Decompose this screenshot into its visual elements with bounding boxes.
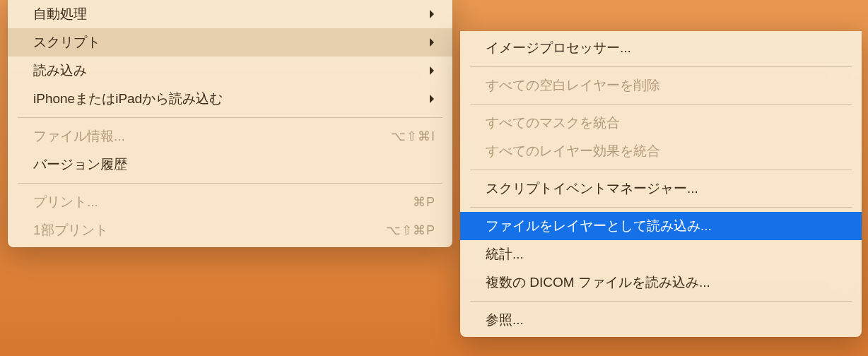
rightMenu-item[interactable]: 参照... bbox=[460, 306, 862, 334]
menu-item-label: 1部プリント bbox=[33, 221, 372, 239]
leftMenu-item[interactable]: バージョン履歴 bbox=[8, 150, 452, 179]
leftMenu-item[interactable]: スクリプト bbox=[8, 28, 452, 57]
submenu-chevron-icon bbox=[428, 37, 435, 48]
rightMenu-item: すべての空白レイヤーを削除 bbox=[460, 71, 862, 100]
menu-item-label: イメージプロセッサー... bbox=[486, 39, 845, 57]
menu-item-label: ファイル情報... bbox=[33, 127, 377, 146]
rightMenu-item[interactable]: ファイルをレイヤーとして読み込み... bbox=[460, 212, 862, 240]
rightMenu-item[interactable]: 統計... bbox=[460, 240, 862, 268]
menu-item-label: バージョン履歴 bbox=[33, 155, 435, 174]
scripts-submenu: イメージプロセッサー...すべての空白レイヤーを削除すべてのマスクを統合すべての… bbox=[460, 31, 862, 337]
rightMenu-item: すべてのマスクを統合 bbox=[460, 109, 862, 137]
menu-item-label: すべてのマスクを統合 bbox=[486, 114, 845, 132]
menu-item-label: 統計... bbox=[486, 245, 845, 263]
menu-separator bbox=[470, 207, 852, 208]
leftMenu-item: ファイル情報...⌥⇧⌘I bbox=[8, 122, 452, 150]
rightMenu-item[interactable]: スクリプトイベントマネージャー... bbox=[460, 174, 862, 203]
keyboard-shortcut: ⌥⇧⌘P bbox=[386, 222, 435, 238]
menu-separator bbox=[470, 301, 852, 302]
menu-item-label: iPhoneまたはiPadから読み込む bbox=[33, 90, 414, 108]
menu-item-label: 読み込み bbox=[33, 61, 414, 80]
rightMenu-item[interactable]: 複数の DICOM ファイルを読み込み... bbox=[460, 268, 862, 297]
menu-item-label: すべての空白レイヤーを削除 bbox=[486, 76, 845, 95]
menu-item-label: ファイルをレイヤーとして読み込み... bbox=[486, 217, 845, 235]
menu-item-label: スクリプトイベントマネージャー... bbox=[486, 179, 845, 198]
menu-item-label: スクリプト bbox=[33, 33, 414, 52]
menu-item-label: プリント... bbox=[33, 193, 399, 211]
keyboard-shortcut: ⌥⇧⌘I bbox=[391, 129, 435, 144]
file-menu-section: 自動処理スクリプト読み込みiPhoneまたはiPadから読み込むファイル情報..… bbox=[8, 0, 452, 247]
menu-item-label: 参照... bbox=[486, 311, 845, 329]
menu-separator bbox=[18, 117, 442, 118]
rightMenu-item[interactable]: イメージプロセッサー... bbox=[460, 34, 862, 62]
menu-separator bbox=[470, 170, 852, 170]
menu-separator bbox=[470, 104, 852, 105]
submenu-chevron-icon bbox=[428, 93, 435, 105]
menu-item-label: 複数の DICOM ファイルを読み込み... bbox=[486, 273, 845, 292]
menu-separator bbox=[18, 183, 442, 184]
menu-separator bbox=[470, 66, 852, 67]
menu-item-label: 自動処理 bbox=[33, 5, 414, 23]
keyboard-shortcut: ⌘P bbox=[413, 194, 435, 210]
rightMenu-item: すべてのレイヤー効果を統合 bbox=[460, 137, 862, 165]
leftMenu-item[interactable]: 自動処理 bbox=[8, 0, 452, 28]
submenu-chevron-icon bbox=[428, 8, 435, 20]
leftMenu-item: 1部プリント⌥⇧⌘P bbox=[8, 216, 452, 244]
leftMenu-item[interactable]: iPhoneまたはiPadから読み込む bbox=[8, 85, 452, 113]
submenu-chevron-icon bbox=[428, 65, 435, 76]
menu-item-label: すべてのレイヤー効果を統合 bbox=[486, 142, 845, 160]
leftMenu-item[interactable]: 読み込み bbox=[8, 57, 452, 85]
leftMenu-item: プリント...⌘P bbox=[8, 188, 452, 216]
